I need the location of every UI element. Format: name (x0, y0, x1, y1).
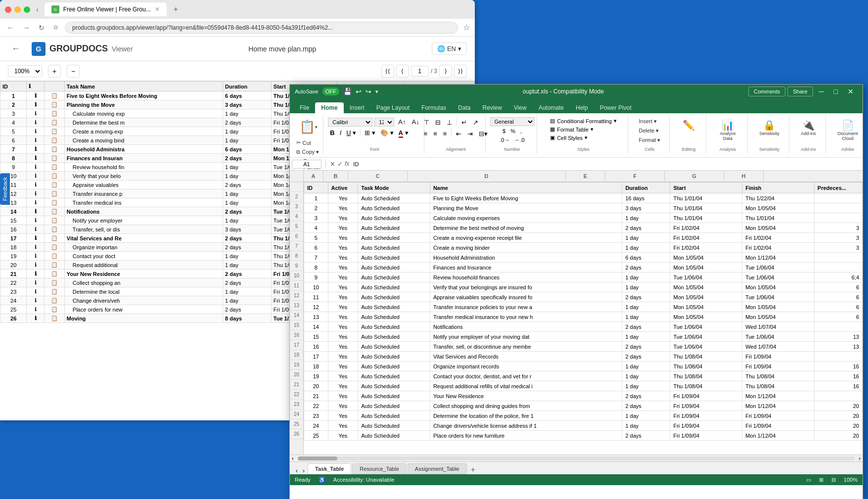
excel-cell-duration[interactable]: 2 days (622, 391, 670, 401)
page-last-btn[interactable]: ⟩⟩ (454, 65, 467, 78)
fill-color-btn[interactable]: 🎨 ▾ (378, 128, 396, 137)
excel-cell-pred[interactable]: 16 (814, 362, 862, 371)
ribbon-tab-home[interactable]: Home (315, 102, 343, 113)
excel-cell-finish[interactable]: Fri 1/09/04 (742, 352, 815, 362)
add-sheet-btn[interactable]: + (468, 465, 478, 474)
excel-cell-duration[interactable]: 1 day (622, 272, 670, 282)
excel-cell-active[interactable]: Yes (328, 401, 358, 411)
excel-cell-finish[interactable]: Thu 1/08/04 (742, 371, 815, 381)
page-first-btn[interactable]: ⟨⟨ (381, 65, 394, 78)
excel-cell-active[interactable]: Yes (328, 292, 358, 302)
formula-input[interactable] (351, 160, 861, 168)
excel-cell-finish[interactable]: Mon 1/05/04 (742, 282, 815, 292)
excel-cell-finish[interactable]: Wed 1/07/04 (742, 342, 815, 352)
excel-close-btn[interactable]: ✕ (844, 86, 858, 97)
excel-cell-start[interactable]: Mon 1/05/04 (670, 263, 742, 272)
excel-cell-pred[interactable] (814, 213, 862, 223)
browser-back-btn[interactable]: ‹ (34, 3, 41, 15)
orientation-btn[interactable]: ↗ (470, 117, 481, 128)
sheet-tab-assignment-table[interactable]: Assignment_Table (408, 463, 467, 474)
excel-cell-pred[interactable]: 6 (814, 302, 862, 312)
excel-cell-name[interactable]: Change drivers/vehicle license address i… (430, 421, 622, 431)
excel-cell-pred[interactable]: 13 (814, 342, 862, 352)
excel-cell-mode[interactable]: Auto Scheduled (358, 292, 430, 302)
decrease-decimal-btn[interactable]: .0→ (498, 136, 511, 144)
page-break-icon[interactable]: ⊟ (831, 477, 836, 483)
excel-cell-pred[interactable] (814, 263, 862, 272)
excel-cell-finish[interactable]: Fri 1/02/04 (742, 243, 815, 253)
excel-cell-start[interactable]: Tue 1/06/04 (670, 272, 742, 282)
excel-cell-start[interactable]: Thu 1/08/04 (670, 362, 742, 371)
insert-function-icon[interactable]: fx (345, 160, 349, 168)
increase-indent-btn[interactable]: ⇥ (465, 129, 475, 139)
excel-cell-pred[interactable]: 20 (814, 431, 862, 441)
excel-cell-mode[interactable]: Auto Scheduled (358, 342, 430, 352)
sheet-nav-next[interactable]: › (301, 467, 307, 474)
excel-cell-name[interactable]: Determine the best method of moving (430, 223, 622, 233)
excel-cell-mode[interactable]: Auto Scheduled (358, 332, 430, 342)
excel-cell-finish[interactable]: Fri 1/09/04 (742, 421, 815, 431)
excel-cell-pred[interactable]: 6 (814, 312, 862, 322)
scroll-left-btn[interactable]: ‹ (290, 455, 296, 462)
excel-cell-pred[interactable]: 20 (814, 401, 862, 411)
excel-cell-finish[interactable]: Mon 1/05/04 (742, 302, 815, 312)
align-left-btn[interactable]: ≡ (421, 129, 430, 139)
browser-tab[interactable]: G Free Online Viewer | Free Grou... ✕ (45, 2, 167, 16)
excel-cell-finish[interactable]: Tue 1/06/04 (742, 272, 815, 282)
excel-cell-finish[interactable]: Fri 1/02/04 (742, 233, 815, 243)
excel-cell-duration[interactable]: 2 days (622, 223, 670, 233)
excel-cell-active[interactable]: Yes (328, 342, 358, 352)
delete-cells-btn[interactable]: Delete ▾ (637, 127, 663, 135)
excel-cell-mode[interactable]: Auto Scheduled (358, 352, 430, 362)
excel-cell-finish[interactable]: Mon 1/05/04 (742, 312, 815, 322)
new-tab-btn[interactable]: + (171, 5, 181, 14)
excel-cell-active[interactable]: Yes (328, 263, 358, 272)
feedback-btn[interactable]: Feedback (0, 173, 10, 205)
excel-cell-pred[interactable] (814, 352, 862, 362)
excel-cell-start[interactable]: Fri 1/09/04 (670, 421, 742, 431)
excel-cell-start[interactable]: Tue 1/06/04 (670, 322, 742, 332)
excel-cell-id[interactable]: 22 (304, 401, 328, 411)
font-color-btn[interactable]: A ▾ (397, 128, 411, 137)
bookmark-btn[interactable]: ☆ (463, 23, 470, 32)
excel-cell-duration[interactable]: 16 days (622, 193, 670, 203)
excel-cell-pred[interactable]: 20 (814, 421, 862, 431)
zoom-out-btn[interactable]: − (67, 65, 80, 78)
excel-cell-pred[interactable]: 20 (814, 411, 862, 421)
excel-cell-active[interactable]: Yes (328, 312, 358, 322)
excel-cell-finish[interactable]: Fri 1/09/04 (742, 362, 815, 371)
excel-cell-active[interactable]: Yes (328, 203, 358, 213)
page-next-btn[interactable]: ⟩ (439, 65, 452, 78)
ribbon-tab-help[interactable]: Help (570, 102, 594, 113)
excel-cell-active[interactable]: Yes (328, 302, 358, 312)
h-scrollbar[interactable]: ‹ › (290, 454, 863, 461)
excel-cell-mode[interactable]: Auto Scheduled (358, 371, 430, 381)
excel-cell-finish[interactable]: Thu 1/01/04 (742, 213, 815, 223)
excel-cell-name[interactable]: Create a moving binder (430, 243, 622, 253)
excel-cell-start[interactable]: Mon 1/05/04 (670, 312, 742, 322)
cut-btn[interactable]: ✂ Cut (294, 138, 323, 147)
border-btn[interactable]: ⊞ ▾ (363, 128, 377, 137)
excel-cell-pred[interactable]: 3 (814, 243, 862, 253)
excel-cell-id[interactable]: 4 (304, 223, 328, 233)
ribbon-tab-formulas[interactable]: Formulas (415, 102, 452, 113)
excel-cell-start[interactable]: Fri 1/02/04 (670, 223, 742, 233)
excel-cell-mode[interactable]: Auto Scheduled (358, 223, 430, 233)
excel-cell-pred[interactable] (814, 391, 862, 401)
excel-cell-start[interactable]: Thu 1/01/04 (670, 203, 742, 213)
ribbon-tab-insert[interactable]: Insert (344, 102, 370, 113)
ribbon-tab-review[interactable]: Review (476, 102, 507, 113)
excel-cell-active[interactable]: Yes (328, 233, 358, 243)
excel-cell-active[interactable]: Yes (328, 243, 358, 253)
analyze-data-btn[interactable]: 📊 Analyze Data (712, 117, 743, 143)
excel-cell-start[interactable]: Tue 1/06/04 (670, 342, 742, 352)
excel-cell-id[interactable]: 25 (304, 431, 328, 441)
excel-cell-finish[interactable]: Tue 1/06/04 (742, 263, 815, 272)
addins-btn[interactable]: 🔌 Add-ins (798, 117, 819, 138)
address-input[interactable] (65, 22, 458, 34)
font-size-select[interactable]: 12 (374, 118, 394, 127)
excel-cell-name[interactable]: Place orders for new furniture (430, 431, 622, 441)
excel-cell-active[interactable]: Yes (328, 421, 358, 431)
excel-cell-duration[interactable]: 1 day (622, 302, 670, 312)
excel-cell-name[interactable]: Your New Residence (430, 391, 622, 401)
